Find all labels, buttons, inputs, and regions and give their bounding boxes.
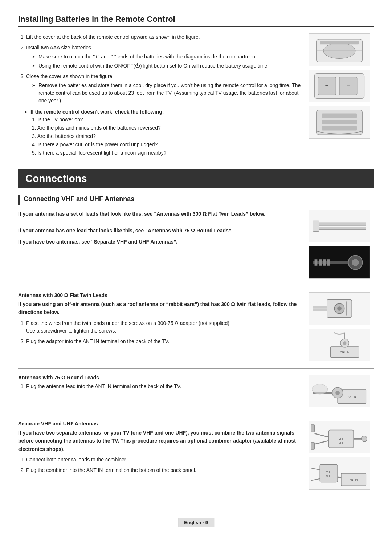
svg-rect-15 <box>313 221 319 231</box>
svg-point-26 <box>337 306 342 311</box>
antenna-75-step-1: Plug the antenna lead into the ANT IN te… <box>26 383 301 390</box>
antenna-300-images: ANT IN <box>309 292 374 361</box>
remote-section: Installing Batteries in the Remote Contr… <box>18 15 374 158</box>
svg-rect-29 <box>313 306 327 308</box>
combiner-diagram-image: VHF UHF <box>309 421 370 453</box>
connections-title: Connections <box>18 169 374 188</box>
separate-antennas-steps: Connect both antenna leads to the combin… <box>18 456 301 474</box>
troubleshoot-item-4: 4. Is there a power cut, or is the power… <box>32 141 301 148</box>
svg-rect-30 <box>313 309 327 311</box>
separate-antennas-block: Separate VHF and UHF Antennas If you hav… <box>18 421 374 490</box>
remote-step-1: Lift the cover at the back of the remote… <box>26 33 301 41</box>
ant-in-diagram-image: ANT IN <box>309 329 370 361</box>
svg-line-56 <box>338 477 341 478</box>
svg-point-39 <box>335 391 340 395</box>
svg-point-34 <box>343 341 347 345</box>
flat-lead-intro3: If you have two antennas, see “Separate … <box>18 238 301 246</box>
svg-rect-10 <box>322 114 357 118</box>
svg-rect-48 <box>311 425 315 432</box>
flat-lead-intro1: If your antenna has a set of leads that … <box>18 210 301 218</box>
antenna-300-steps: Place the wires from the twin leads unde… <box>18 319 301 345</box>
remote-step-3-notes: Remove the batteries and store them in a… <box>26 82 301 105</box>
flat-lead-intro2: If your antenna has one lead that looks … <box>18 227 301 235</box>
page: Installing Batteries in the Remote Contr… <box>0 0 392 538</box>
svg-rect-53 <box>320 465 338 482</box>
antenna-75-heading: Antennas with 75 Ω Round Leads <box>18 375 301 380</box>
remote-battery-install-image: + − <box>309 70 370 102</box>
vhf-uhf-subtitle: Connecting VHF and UHF Antennas <box>18 195 374 205</box>
remote-step-3-note-1: Remove the batteries and store them in a… <box>32 82 301 105</box>
adapter-diagram-image <box>309 292 370 325</box>
svg-text:UHF: UHF <box>326 474 331 477</box>
svg-line-46 <box>315 441 329 444</box>
separate-antennas-heading: Separate VHF and UHF Antennas <box>18 421 301 427</box>
combiner-connected-image: ANT IN VHF UHF <box>309 457 370 490</box>
svg-text:−: − <box>346 82 350 89</box>
flat-lead-intro-block: If your antenna has a set of leads that … <box>18 210 374 279</box>
remote-top-view-image <box>309 33 370 66</box>
remote-images-col: + − <box>309 33 374 158</box>
remote-steps-list: Lift the cover at the back of the remote… <box>18 33 301 105</box>
separate-antennas-step-1: Connect both antenna leads to the combin… <box>26 456 301 464</box>
svg-rect-21 <box>319 259 322 266</box>
svg-rect-11 <box>322 120 357 124</box>
svg-rect-14 <box>313 227 366 230</box>
flat-twin-lead-image <box>309 210 370 242</box>
remote-step-2-notes: Make sure to match the "+" and "-" ends … <box>26 53 301 70</box>
antenna-75-text: Antennas with 75 Ω Round Leads Plug the … <box>18 375 301 407</box>
remote-step-2-note-1: Make sure to match the "+" and "-" ends … <box>32 53 301 61</box>
svg-text:UHF: UHF <box>339 441 344 444</box>
svg-rect-22 <box>323 259 326 266</box>
antenna-75-images: ANT IN <box>309 375 374 407</box>
flat-lead-intro-text: If your antenna has a set of leads that … <box>18 210 301 279</box>
separate-antennas-images: VHF UHF ANT IN <box>309 421 374 490</box>
svg-text:VHF: VHF <box>339 437 344 440</box>
svg-text:VHF: VHF <box>326 470 331 473</box>
svg-text:+: + <box>325 82 329 89</box>
svg-rect-12 <box>322 126 357 131</box>
svg-line-58 <box>311 479 320 481</box>
svg-rect-19 <box>313 261 348 264</box>
troubleshoot-list: 1. Is the TV power on? 2. Are the plus a… <box>30 116 301 157</box>
round-lead-image <box>309 246 370 279</box>
remote-step-3: Close the cover as shown in the figure. … <box>26 73 301 105</box>
troubleshoot-section: If the remote control doesn't work, chec… <box>18 108 301 157</box>
footer-label: English - 9 <box>178 518 214 527</box>
svg-point-18 <box>352 259 359 266</box>
troubleshoot-heading: If the remote control doesn't work, chec… <box>24 108 301 157</box>
separate-antennas-text: Separate VHF and UHF Antennas If you hav… <box>18 421 301 490</box>
svg-rect-49 <box>311 443 315 450</box>
svg-text:ANT IN: ANT IN <box>350 478 358 481</box>
remote-text-col: Lift the cover at the back of the remote… <box>18 33 301 158</box>
flat-lead-intro-images <box>309 210 374 279</box>
antenna-300-step-2: Plug the adaptor into the ANT IN termina… <box>26 338 301 345</box>
troubleshoot-item-3: 3. Are the batteries drained? <box>32 133 301 140</box>
svg-rect-20 <box>315 259 318 266</box>
antenna-300-block: Antennas with 300 Ω Flat Twin Leads If y… <box>18 292 374 361</box>
separate-antennas-intro: If you have two separate antennas for yo… <box>18 429 301 453</box>
remote-step-2-note-2: Using the remote control with the ON/OFF… <box>32 62 301 70</box>
svg-line-57 <box>311 468 320 470</box>
troubleshoot-item-5: 5. Is there a special fluorescent light … <box>32 149 301 157</box>
antenna-300-intro: If you are using an off-air antenna (suc… <box>18 300 301 317</box>
separate-antennas-step-2: Plug the combiner into the ANT IN termin… <box>26 466 301 474</box>
troubleshoot-item-1: 1. Is the TV power on? <box>32 116 301 123</box>
antenna-300-text: Antennas with 300 Ω Flat Twin Leads If y… <box>18 292 301 361</box>
remote-close-image <box>309 106 370 139</box>
remote-step-2: Install two AAA size batteries. Make sur… <box>26 44 301 70</box>
remote-section-title: Installing Batteries in the Remote Contr… <box>18 15 374 27</box>
antenna-300-heading: Antennas with 300 Ω Flat Twin Leads <box>18 292 301 298</box>
connections-section: Connections Connecting VHF and UHF Anten… <box>18 169 374 490</box>
svg-point-41 <box>312 384 328 394</box>
svg-rect-23 <box>327 259 330 266</box>
antenna-300-step-1: Place the wires from the twin leads unde… <box>26 319 301 335</box>
svg-text:ANT IN: ANT IN <box>348 395 356 398</box>
antenna-75-block: Antennas with 75 Ω Round Leads Plug the … <box>18 375 374 407</box>
troubleshoot-item-2: 2. Are the plus and minus ends of the ba… <box>32 124 301 132</box>
round-lead-plug-image: ANT IN <box>309 375 370 407</box>
svg-rect-13 <box>313 223 366 225</box>
svg-line-45 <box>315 433 329 437</box>
svg-rect-2 <box>320 41 359 45</box>
antenna-75-steps: Plug the antenna lead into the ANT IN te… <box>18 383 301 390</box>
svg-point-50 <box>362 436 367 442</box>
